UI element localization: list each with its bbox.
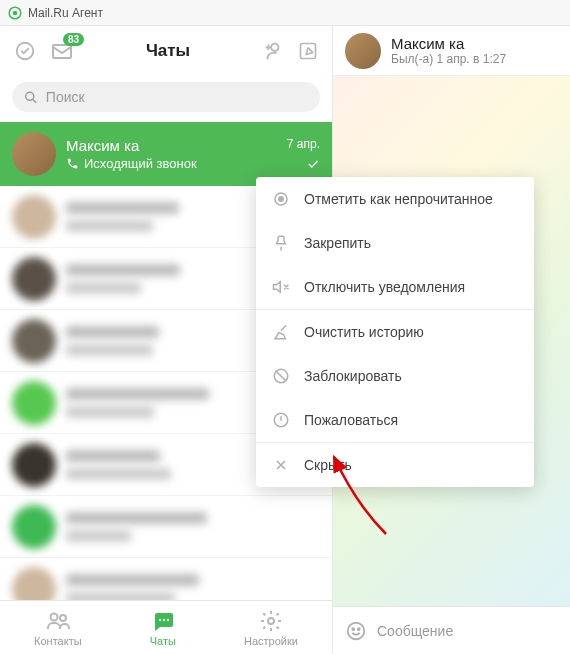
avatar [12,132,56,176]
phone-icon [66,157,79,170]
search-input[interactable] [46,89,308,105]
svg-point-15 [358,628,360,630]
chat-subtitle: Исходящий звонок [66,156,277,171]
nav-contacts[interactable]: Контакты [34,609,82,647]
svg-point-13 [348,622,365,639]
ctx-hide[interactable]: Скрыть [256,443,534,487]
unread-badge: 83 [63,33,84,46]
broom-icon [272,323,290,341]
chat-list-item-blurred[interactable] [0,558,332,600]
context-menu: Отметить как непрочитанное Закрепить Отк… [256,177,534,487]
chat-name: Максим ка [66,137,277,154]
svg-point-9 [159,618,161,620]
svg-point-6 [26,92,34,100]
status-check-icon[interactable] [14,40,36,62]
chat-list-item-blurred[interactable] [0,496,332,558]
block-icon [272,367,290,385]
app-title: Mail.Ru Агент [28,6,103,20]
dot-circle-icon [272,190,290,208]
svg-point-10 [163,618,165,620]
chat-header: Максим ка Был(-а) 1 апр. в 1:27 [333,26,570,76]
chat-header-status: Был(-а) 1 апр. в 1:27 [391,52,506,66]
bottom-nav: Контакты Чаты Настройки [0,600,332,654]
compose-icon[interactable] [298,41,318,61]
search-input-wrap[interactable] [12,82,320,112]
nav-settings[interactable]: Настройки [244,609,298,647]
app-title-bar: Mail.Ru Агент [0,0,570,26]
svg-point-8 [60,615,66,621]
svg-point-14 [352,628,354,630]
add-contact-icon[interactable] [262,40,284,62]
pin-icon [272,234,290,252]
read-check-icon [306,157,320,171]
ctx-clear-history[interactable]: Очистить историю [256,310,534,354]
avatar[interactable] [345,33,381,69]
svg-point-7 [50,613,57,620]
ctx-block[interactable]: Заблокировать [256,354,534,398]
avatar [12,257,56,301]
ctx-mark-unread[interactable]: Отметить как непрочитанное [256,177,534,221]
svg-point-1 [13,10,18,15]
chat-header-name: Максим ка [391,35,506,52]
chat-date: 7 апр. [287,137,320,151]
ctx-pin[interactable]: Закрепить [256,221,534,265]
nav-chats[interactable]: Чаты [150,609,176,647]
composer-placeholder: Сообщение [377,623,453,639]
mail-icon[interactable]: 83 [50,39,74,63]
avatar [12,319,56,363]
settings-icon [259,609,283,633]
svg-rect-3 [53,45,71,58]
app-logo-icon [8,6,22,20]
ctx-report[interactable]: Пожаловаться [256,398,534,442]
ctx-mute[interactable]: Отключить уведомления [256,265,534,309]
avatar [12,381,56,425]
svg-point-12 [268,618,274,624]
avatar [12,443,56,487]
warning-icon [272,411,290,429]
sidebar-title: Чаты [74,41,262,61]
mute-icon [272,278,290,296]
emoji-icon[interactable] [345,620,367,642]
message-composer[interactable]: Сообщение [333,606,570,654]
svg-point-11 [167,618,169,620]
avatar [12,195,56,239]
chats-icon [151,609,175,633]
avatar [12,505,56,549]
contacts-icon [46,609,70,633]
avatar [12,567,56,601]
svg-point-17 [279,197,284,202]
close-icon [272,456,290,474]
search-icon [24,90,38,105]
svg-point-4 [271,44,278,51]
